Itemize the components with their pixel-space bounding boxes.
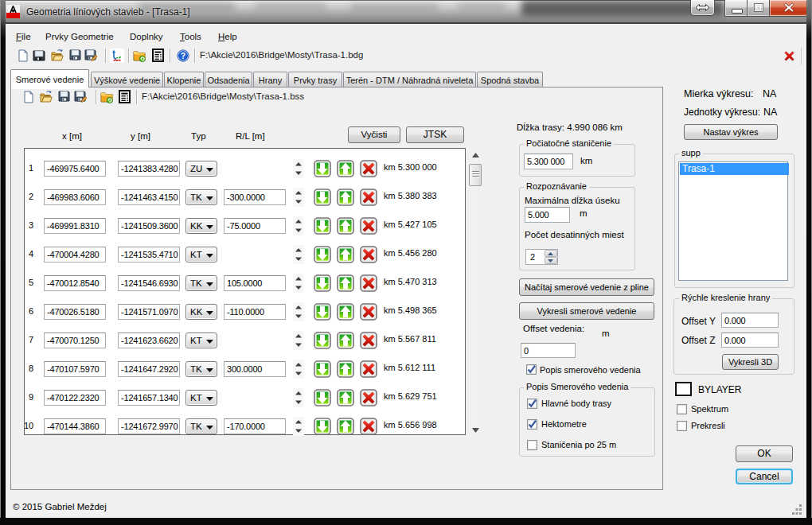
svg-text:?: ? — [181, 51, 185, 60]
